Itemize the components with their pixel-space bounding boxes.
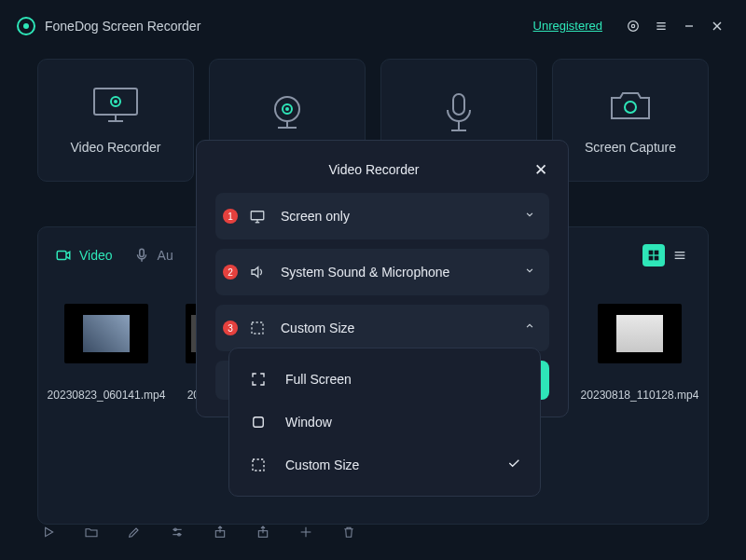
svg-rect-25: [649, 256, 654, 261]
close-button[interactable]: [707, 16, 727, 36]
title-bar: FoneDog Screen Recorder Unregistered: [0, 0, 746, 51]
tab-audio-label: Au: [158, 248, 173, 263]
video-recorder-card[interactable]: Video Recorder: [37, 59, 194, 182]
dropdown-full-screen[interactable]: Full Screen: [229, 358, 540, 401]
svg-rect-16: [453, 94, 464, 115]
folder-icon[interactable]: [82, 523, 101, 541]
thumbnail-item[interactable]: 20230818_110128.mp4: [590, 304, 689, 403]
svg-point-12: [114, 100, 117, 103]
menu-icon[interactable]: [651, 16, 671, 36]
adjust-icon[interactable]: [168, 523, 186, 541]
svg-marker-30: [46, 527, 53, 536]
custom-size-icon: [247, 320, 268, 336]
size-selector-row[interactable]: 3 Custom Size: [215, 305, 549, 351]
screen-capture-card[interactable]: Screen Capture: [552, 59, 709, 182]
play-icon[interactable]: [39, 523, 58, 541]
svg-point-19: [625, 102, 636, 113]
size-label: Custom Size: [281, 321, 523, 335]
video-recorder-label: Video Recorder: [70, 140, 160, 155]
step-badge-1: 1: [223, 209, 238, 224]
modal-title: Video Recorder: [215, 162, 532, 177]
grid-view-button[interactable]: [642, 244, 665, 266]
dropdown-label: Window: [285, 415, 521, 430]
svg-rect-42: [252, 322, 263, 334]
thumbnail-item[interactable]: 20230823_060141.mp4: [57, 304, 156, 403]
dropdown-label: Custom Size: [285, 458, 506, 472]
size-dropdown-menu: Full Screen Window Custom Size: [228, 348, 541, 497]
svg-rect-46: [253, 459, 264, 471]
tab-video-label: Video: [79, 248, 113, 263]
svg-rect-39: [251, 212, 264, 220]
thumbnail-name: 20230818_110128.mp4: [581, 388, 699, 403]
svg-rect-23: [649, 251, 654, 255]
window-icon: [248, 414, 269, 430]
dropdown-custom-size[interactable]: Custom Size: [229, 444, 540, 486]
camera-icon: [607, 86, 654, 125]
fullscreen-icon: [248, 371, 269, 388]
tab-video[interactable]: Video: [55, 247, 113, 264]
audio-label: System Sound & Microphone: [281, 265, 523, 280]
chevron-down-icon: [523, 208, 536, 225]
step-badge-3: 3: [223, 321, 238, 335]
step-badge-2: 2: [223, 265, 238, 280]
bottom-toolbar: [39, 523, 358, 541]
app-title: FoneDog Screen Recorder: [45, 19, 200, 34]
settings-gear-icon[interactable]: [623, 16, 643, 36]
screen-capture-label: Screen Capture: [585, 140, 676, 155]
trash-icon[interactable]: [339, 523, 358, 541]
minimize-button[interactable]: [679, 16, 699, 36]
svg-rect-26: [655, 256, 659, 261]
svg-rect-45: [254, 417, 264, 428]
tab-audio[interactable]: Au: [133, 247, 173, 264]
monitor-record-icon: [91, 86, 140, 125]
chevron-up-icon: [523, 320, 536, 336]
unregistered-link[interactable]: Unregistered: [533, 19, 602, 33]
svg-rect-24: [655, 251, 659, 255]
webcam-icon: [267, 93, 308, 132]
source-label: Screen only: [281, 209, 523, 224]
list-view-button[interactable]: [669, 244, 691, 266]
chevron-down-icon: [523, 264, 536, 280]
modal-close-button[interactable]: ✕: [532, 160, 549, 180]
app-logo-icon: [17, 17, 35, 35]
thumbnail-preview: [598, 304, 682, 363]
export-icon[interactable]: [211, 523, 229, 541]
share-icon[interactable]: [254, 523, 272, 541]
speaker-icon: [247, 264, 268, 280]
microphone-icon: [442, 93, 476, 132]
svg-point-0: [629, 20, 639, 31]
svg-point-15: [285, 107, 289, 111]
audio-selector-row[interactable]: 2 System Sound & Microphone: [215, 249, 549, 295]
source-selector-row[interactable]: 1 Screen only: [215, 193, 549, 239]
dropdown-window[interactable]: Window: [229, 401, 540, 444]
svg-point-1: [631, 24, 634, 27]
monitor-icon: [247, 208, 268, 225]
custom-size-icon: [248, 457, 269, 473]
check-icon: [506, 456, 521, 474]
thumbnail-name: 20230823_060141.mp4: [48, 388, 166, 403]
convert-icon[interactable]: [297, 523, 315, 541]
edit-icon[interactable]: [125, 523, 144, 541]
svg-rect-20: [57, 252, 66, 260]
svg-rect-21: [139, 249, 144, 256]
dropdown-label: Full Screen: [285, 372, 521, 387]
thumbnail-preview: [64, 304, 148, 363]
